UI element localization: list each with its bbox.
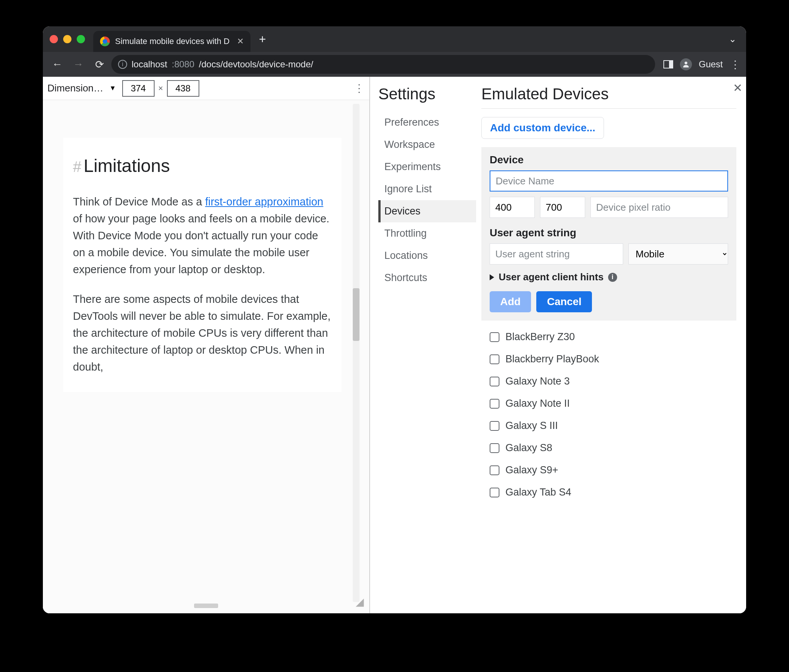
- user-agent-input[interactable]: [490, 243, 623, 264]
- settings-item-throttling[interactable]: Throttling: [379, 222, 476, 245]
- checkbox-icon[interactable]: [490, 466, 500, 475]
- omnibox[interactable]: i localhost:8080/docs/devtools/device-mo…: [111, 55, 655, 74]
- settings-item-preferences[interactable]: Preferences: [379, 111, 476, 134]
- device-list-item-label: Galaxy S8: [505, 442, 553, 454]
- device-list-item[interactable]: Galaxy S9+: [490, 459, 728, 481]
- settings-sidebar: Settings PreferencesWorkspaceExperiments…: [370, 77, 476, 613]
- devtools-settings-panel: Settings PreferencesWorkspaceExperiments…: [370, 77, 746, 613]
- device-pixel-ratio-input[interactable]: [591, 197, 728, 218]
- settings-item-devices[interactable]: Devices: [379, 200, 476, 222]
- site-info-icon[interactable]: i: [118, 60, 127, 69]
- ua-client-hints-label: User agent client hints: [499, 271, 604, 283]
- settings-item-locations[interactable]: Locations: [379, 245, 476, 267]
- browser-tab[interactable]: Simulate mobile devices with D ✕: [93, 31, 251, 52]
- profile-label: Guest: [699, 59, 723, 70]
- dimensions-separator: ×: [158, 83, 163, 93]
- device-list-item-label: Galaxy Note II: [505, 398, 570, 410]
- browser-window: Simulate mobile devices with D ✕ + ⌄ ← →…: [43, 26, 746, 613]
- device-list-item[interactable]: Galaxy Tab S4: [490, 481, 728, 504]
- checkbox-icon[interactable]: [490, 399, 500, 409]
- info-icon[interactable]: i: [608, 273, 617, 282]
- device-list-item[interactable]: BlackBerry Z30: [490, 326, 728, 348]
- checkbox-icon[interactable]: [490, 332, 500, 342]
- viewport-scrollbar-thumb[interactable]: [353, 288, 359, 341]
- settings-title: Settings: [379, 85, 476, 103]
- url-path: /docs/devtools/device-mode/: [199, 59, 313, 70]
- device-list-item-label: Blackberry PlayBook: [505, 353, 599, 365]
- user-agent-type-select[interactable]: Mobile: [628, 243, 728, 264]
- close-settings-icon[interactable]: ✕: [733, 81, 743, 94]
- checkbox-icon[interactable]: [490, 443, 500, 453]
- page-content: #Limitations Think of Device Mode as a f…: [63, 138, 342, 392]
- first-order-approximation-link[interactable]: first-order approximation: [205, 196, 323, 208]
- cancel-button[interactable]: Cancel: [536, 291, 592, 312]
- back-button[interactable]: ←: [48, 55, 66, 74]
- url-host: localhost: [132, 59, 167, 70]
- device-list-item-label: Galaxy Tab S4: [505, 486, 571, 498]
- viewport: #Limitations Think of Device Mode as a f…: [43, 100, 369, 613]
- device-list-item[interactable]: Blackberry PlayBook: [490, 348, 728, 370]
- settings-item-ignore-list[interactable]: Ignore List: [379, 178, 476, 200]
- viewport-scrollbar[interactable]: [353, 104, 359, 602]
- content-area: Dimension… ▼ × ⋮ #Limitations Think of D…: [43, 77, 746, 613]
- height-input[interactable]: [167, 80, 199, 97]
- user-agent-section-label: User agent string: [490, 227, 728, 239]
- tab-title: Simulate mobile devices with D: [115, 37, 229, 46]
- device-list: BlackBerry Z30Blackberry PlayBookGalaxy …: [481, 321, 736, 509]
- device-name-input[interactable]: [490, 170, 728, 192]
- forward-button[interactable]: →: [69, 55, 87, 74]
- expand-arrow-icon: [490, 274, 494, 280]
- settings-item-workspace[interactable]: Workspace: [379, 134, 476, 156]
- maximize-window-icon[interactable]: [77, 35, 85, 43]
- device-list-item[interactable]: Galaxy S8: [490, 437, 728, 459]
- device-toolbar-menu-icon[interactable]: ⋮: [353, 82, 365, 94]
- device-height-input[interactable]: [540, 197, 585, 218]
- url-port: :8080: [172, 59, 195, 70]
- dimensions-dropdown-icon[interactable]: ▼: [109, 84, 116, 92]
- resize-corner-icon[interactable]: ◢: [356, 596, 364, 608]
- titlebar: Simulate mobile devices with D ✕ + ⌄: [43, 26, 746, 52]
- device-list-item[interactable]: Galaxy Note 3: [490, 370, 728, 392]
- close-tab-icon[interactable]: ✕: [237, 37, 244, 46]
- emulated-devices-title: Emulated Devices: [481, 85, 736, 109]
- paragraph: There are some aspects of mobile devices…: [73, 291, 332, 376]
- device-list-item-label: Galaxy Note 3: [505, 376, 570, 387]
- profile-avatar-icon[interactable]: [680, 58, 692, 70]
- device-list-item[interactable]: Galaxy S III: [490, 414, 728, 437]
- anchor-hash-icon: #: [73, 158, 81, 175]
- ua-client-hints-toggle[interactable]: User agent client hints i: [490, 271, 728, 283]
- device-mode-pane: Dimension… ▼ × ⋮ #Limitations Think of D…: [43, 77, 370, 613]
- checkbox-icon[interactable]: [490, 488, 500, 498]
- settings-item-shortcuts[interactable]: Shortcuts: [379, 267, 476, 289]
- chrome-favicon-icon: [100, 37, 110, 46]
- page-heading: #Limitations: [73, 152, 332, 180]
- device-list-item[interactable]: Galaxy Note II: [490, 392, 728, 414]
- tabs-overflow-icon[interactable]: ⌄: [729, 34, 736, 45]
- resize-handle-icon[interactable]: [194, 603, 218, 606]
- svg-point-0: [684, 62, 687, 64]
- checkbox-icon[interactable]: [490, 354, 500, 364]
- device-list-item-label: BlackBerry Z30: [505, 331, 575, 343]
- dimensions-label: Dimension…: [47, 82, 104, 94]
- checkbox-icon[interactable]: [490, 377, 500, 386]
- device-width-input[interactable]: [490, 197, 535, 218]
- settings-item-experiments[interactable]: Experiments: [379, 156, 476, 178]
- width-input[interactable]: [122, 80, 155, 97]
- address-bar: ← → ⟳ i localhost:8080/docs/devtools/dev…: [43, 52, 746, 77]
- reload-button[interactable]: ⟳: [90, 55, 108, 74]
- device-form: Device User agent string Mobile: [481, 147, 736, 321]
- settings-main: ✕ Emulated Devices Add custom device... …: [476, 77, 746, 613]
- traffic-lights: [50, 35, 85, 43]
- device-section-label: Device: [490, 154, 728, 166]
- add-button[interactable]: Add: [490, 291, 531, 312]
- add-custom-device-button[interactable]: Add custom device...: [481, 117, 604, 139]
- device-toolbar: Dimension… ▼ × ⋮: [43, 77, 369, 100]
- close-window-icon[interactable]: [50, 35, 58, 43]
- device-list-item-label: Galaxy S9+: [505, 464, 558, 476]
- checkbox-icon[interactable]: [490, 421, 500, 431]
- device-list-item-label: Galaxy S III: [505, 420, 558, 432]
- minimize-window-icon[interactable]: [63, 35, 72, 43]
- browser-menu-icon[interactable]: ⋮: [730, 58, 741, 71]
- side-panel-icon[interactable]: [663, 60, 673, 69]
- new-tab-button[interactable]: +: [259, 33, 266, 45]
